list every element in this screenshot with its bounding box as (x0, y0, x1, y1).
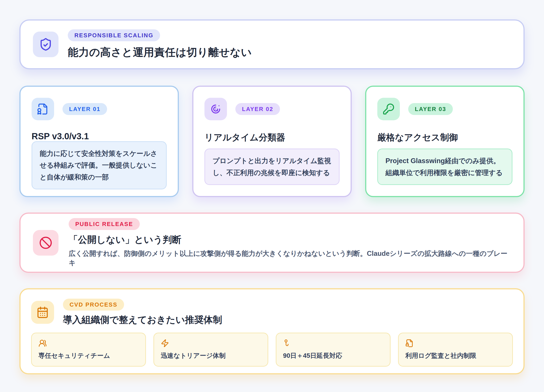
hero-card: RESPONSIBLE SCALING 能力の高さと運用責任は切り離せない (19, 19, 525, 69)
key-icon (377, 98, 400, 120)
cvd-item-disclosure-window: 90日＋45日延長対応 (276, 333, 390, 367)
cvd-item-security-team: 専任セキュリティチーム (31, 333, 146, 367)
radar-icon (204, 98, 227, 120)
page: RESPONSIBLE SCALING 能力の高さと運用責任は切り離せない LA… (0, 0, 544, 392)
layer-badge: LAYER 03 (408, 103, 453, 115)
shield-check-icon (33, 32, 59, 57)
public-release-description: 広く公開すれば、防御側のメリット以上に攻撃側が得る能力が大きくなりかねないという… (69, 249, 511, 268)
ban-icon (33, 230, 59, 256)
layer-description: プロンプトと出力をリアルタイム監視し、不正利用の兆候を即座に検知する (204, 149, 340, 185)
layer-badge: LAYER 01 (62, 103, 107, 115)
page-title: 能力の高さと運用責任は切り離せない (68, 45, 252, 59)
layer-badge: LAYER 02 (235, 103, 280, 115)
cvd-item-label: 専任セキュリティチーム (38, 351, 139, 360)
calendar-icon (31, 301, 54, 324)
layer-title: RSP v3.0/v3.1 (32, 131, 167, 141)
cvd-item-triage: 迅速なトリアージ体制 (154, 333, 268, 367)
layer-card-access: LAYER 03 厳格なアクセス制御 Project Glasswing経由での… (365, 86, 525, 197)
team-icon (38, 339, 139, 348)
public-release-badge: PUBLIC RELEASE (69, 218, 140, 230)
file-lock-icon (405, 339, 506, 348)
layer-card-classifier: LAYER 02 リアルタイム分類器 プロンプトと出力をリアルタイム監視し、不正… (192, 86, 352, 197)
public-release-card: PUBLIC RELEASE 「公開しない」という判断 広く公開すれば、防御側の… (19, 213, 525, 273)
key-vertical-icon (283, 339, 383, 348)
layer-description: 能力に応じて安全性対策をスケールさせる枠組みで評価。一般提供しないこと自体が緩和… (32, 141, 167, 189)
cvd-item-label: 利用ログ監査と社内制限 (405, 351, 506, 360)
layer-title: リアルタイム分類器 (204, 131, 340, 143)
layer-card-rsp: LAYER 01 RSP v3.0/v3.1 能力に応じて安全性対策をスケールさ… (19, 86, 179, 197)
lightning-icon (161, 339, 261, 348)
cvd-badge: CVD PROCESS (63, 299, 124, 310)
layer-row: LAYER 01 RSP v3.0/v3.1 能力に応じて安全性対策をスケールさ… (19, 86, 525, 197)
file-badge-icon (32, 98, 54, 120)
cvd-card: CVD PROCESS 導入組織側で整えておきたい推奨体制 専任セキュリティチー… (19, 288, 525, 374)
layer-title: 厳格なアクセス制御 (377, 131, 512, 143)
public-release-title: 「公開しない」という判断 (69, 234, 511, 246)
cvd-item-label: 迅速なトリアージ体制 (161, 351, 261, 360)
cvd-title: 導入組織側で整えておきたい推奨体制 (63, 314, 222, 326)
cvd-item-label: 90日＋45日延長対応 (283, 351, 383, 360)
cvd-items: 専任セキュリティチーム 迅速なトリアージ体制 90日＋45日延長対応 (31, 333, 513, 367)
cvd-item-audit: 利用ログ監査と社内制限 (398, 333, 513, 367)
hero-badge: RESPONSIBLE SCALING (68, 29, 160, 41)
layer-description: Project Glasswing経由でのみ提供。組織単位で利用権限を厳密に管理… (377, 149, 512, 185)
